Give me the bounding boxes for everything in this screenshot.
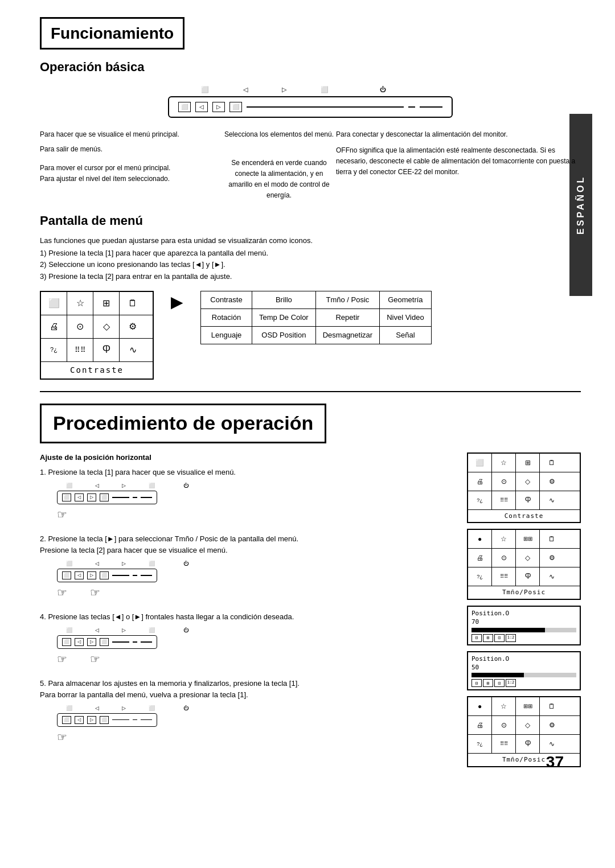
icon-printer: 🖨: [41, 315, 67, 338]
cell-nivel-video: Nivel Video: [380, 309, 432, 327]
mini2-icon-8: ⚙: [540, 549, 564, 567]
mini-icon-2: ☆: [492, 454, 516, 472]
position-box-2: Position.O 50 ⊟ ⊞ ⊡ 1:2: [467, 651, 581, 691]
section-title: Funcionamiento: [40, 17, 184, 50]
mini-row-2-3: ?¿ ⠿⠿ Ⴔ ∿: [468, 567, 580, 586]
subsection-operacion-title: Operación básica: [40, 59, 581, 76]
ctrl-icon-right: ▷: [212, 102, 225, 112]
cell-temp-color: Temp De Color: [252, 309, 316, 327]
icon-label-2: ◁: [243, 85, 248, 94]
position-icons-2: ⊟ ⊞ ⊡ 1:2: [472, 679, 576, 687]
right-diagrams: ⬜ ☆ ⊞ 🗒 🖨 ⊙ ◇ ⚙ ?¿ ⠿⠿ Ⴔ: [467, 452, 581, 773]
position-icons-1: ⊟ ⊞ ⊡ 1:2: [472, 634, 576, 642]
mini-row-3: ?¿ ⠿⠿ Ⴔ ∿: [468, 491, 580, 510]
mini3-icon-11: Ⴔ: [516, 735, 540, 753]
proc-step-1: 1. Presione la tecla [1] para hacer que …: [40, 467, 456, 523]
mini-row-1: ⬜ ☆ ⊞ 🗒: [468, 454, 580, 472]
mini-menu-contraste: ⬜ ☆ ⊞ 🗒 🖨 ⊙ ◇ ⚙ ?¿ ⠿⠿ Ⴔ: [467, 452, 581, 523]
menu-icon-grid: ⬜ ☆ ⊞ 🗒 🖨 ⊙ ◇ ⚙ ?¿ ⠿⠿ Ⴔ: [40, 291, 154, 380]
pantalla-menu-title: Pantalla de menú: [40, 212, 581, 230]
mini2-icon-6: ⊙: [492, 549, 516, 567]
icon-sun: ☆: [67, 292, 93, 315]
icon-question: ?¿: [41, 339, 67, 361]
mini-icon-4: 🗒: [540, 454, 564, 472]
diagram-step5: ⬜ ◁ ▷ ⬜ ⏻ ⬜ ◁ ▷ ⬜: [57, 705, 456, 745]
mini3-icon-2: ☆: [492, 697, 516, 715]
ctrl-bar-step4: ⬜ ◁ ▷ ⬜: [57, 635, 157, 649]
mini-icon-3: ⊞: [516, 454, 540, 472]
menu-instructions: Las funciones que puedan ajustarse para …: [40, 236, 581, 282]
mini-icon-12: ∿: [540, 491, 564, 509]
diagram-step2: ⬜ ◁ ▷ ⬜ ⏻ ⬜ ◁ ▷ ⬜: [57, 560, 456, 600]
annotation-center: Selecciona los elementos del menú. Se en…: [222, 129, 336, 201]
mini2-icon-7: ◇: [516, 549, 540, 567]
cell-rotacion: Rotación: [201, 309, 252, 327]
control-diagram-area: ⬜ ◁ ▷ ⬜ ⏻ ⬜ ◁ ▷ ⬜: [40, 85, 581, 201]
position-bar-2: [472, 673, 524, 677]
pantalla-menu-section: Pantalla de menú Las funciones que pueda…: [40, 212, 581, 380]
menu-table: Contraste Brillo Tmño / Posic Geometría …: [200, 291, 432, 345]
mini-row-3-2: 🖨 ⊙ ◇ ⚙: [468, 716, 580, 735]
control-bar-container: ⬜ ◁ ▷ ⬜: [40, 96, 581, 118]
mini2-icon-12: ∿: [540, 567, 564, 586]
menu-icon-row-3: ?¿ ⠿⠿ Ⴔ ∿: [41, 339, 153, 362]
menu-table-row-1: Contraste Brillo Tmño / Posic Geometría: [201, 291, 432, 308]
section-procedimiento: Procedimiento de operación Ajuste de la …: [40, 404, 581, 772]
mini-row-2-1: ● ☆ ⊞⊞ 🗒: [468, 530, 580, 549]
cell-lenguaje: Lenguaje: [201, 327, 252, 344]
mini3-icon-3: ⊞⊞: [516, 697, 540, 715]
proc-step-2: 2. Presione la tecla [►] para selecciona…: [40, 534, 456, 600]
arrow-right: ▶: [165, 291, 189, 313]
mini-row-2-2: 🖨 ⊙ ◇ ⚙: [468, 549, 580, 567]
cell-desmagnetizar: Desmagnetizar: [315, 327, 379, 344]
icon-settings: ⚙: [120, 315, 146, 338]
icon-label-4: ⬜: [321, 85, 329, 94]
mini2-icon-9: ?¿: [468, 567, 492, 586]
hand-icon-step4b: ☞: [90, 651, 100, 667]
diagram-annotations: Para hacer que se visualice el menú prin…: [40, 129, 581, 201]
mini2-icon-11: Ⴔ: [516, 567, 540, 586]
cell-tmno-posic: Tmño / Posic: [315, 291, 379, 308]
mini3-icon-10: ⠿⠿: [492, 735, 516, 753]
position-value-2: 50: [472, 663, 576, 672]
icon-person: Ⴔ: [93, 339, 120, 361]
mini-row-3-1: ● ☆ ⊞⊞ 🗒: [468, 697, 580, 716]
hand-icon-step2a: ☞: [57, 585, 67, 600]
mini3-icon-8: ⚙: [540, 716, 564, 734]
cell-geometria: Geometría: [380, 291, 432, 308]
icon-diamond: ◇: [93, 315, 120, 338]
icon-doc: 🗒: [120, 292, 146, 315]
hand-icon-step2b: ☞: [90, 585, 100, 600]
mini3-icon-6: ⊙: [492, 716, 516, 734]
menu-table-row-2: Rotación Temp De Color Repetir Nivel Vid…: [201, 309, 432, 327]
icon-monitor: ⬜: [41, 292, 67, 315]
mini3-icon-4: 🗒: [540, 697, 564, 715]
proc-step-5: 5. Para almacenar los ajustes en la memo…: [40, 678, 456, 745]
mini-icon-5: 🖨: [468, 472, 492, 491]
diagram-step4: ⬜ ◁ ▷ ⬜ ⏻ ⬜ ◁ ▷ ⬜: [57, 627, 456, 667]
mini3-icon-1: ●: [468, 697, 492, 715]
mini-menu-tmno: ● ☆ ⊞⊞ 🗒 🖨 ⊙ ◇ ⚙ ?¿ ⠿⠿ Ⴔ: [467, 529, 581, 599]
mini-icon-11: Ⴔ: [516, 491, 540, 509]
menu-label: Contraste: [41, 362, 153, 379]
mini-icon-6: ⊙: [492, 472, 516, 491]
ctrl-icon-1: ⬜: [178, 102, 191, 112]
hand-icon-step4a: ☞: [57, 651, 67, 667]
cell-brillo: Brillo: [252, 291, 316, 308]
mini2-icon-3: ⊞⊞: [516, 530, 540, 548]
mini2-icon-2: ☆: [492, 530, 516, 548]
page-number: 37: [546, 751, 564, 773]
cell-contraste: Contraste: [201, 291, 252, 308]
mini3-icon-7: ◇: [516, 716, 540, 734]
mini-icon-10: ⠿⠿: [492, 491, 516, 509]
procedure-main-content: Ajuste de la posición horizontal 1. Pres…: [40, 452, 456, 773]
menu-icon-row-1: ⬜ ☆ ⊞ 🗒: [41, 292, 153, 315]
ctrl-bar-step1: ⬜ ◁ ▷ ⬜: [57, 491, 157, 504]
mini2-icon-4: 🗒: [540, 530, 564, 548]
diagram-step1: ⬜ ◁ ▷ ⬜ ⏻ ⬜ ◁ ▷ ⬜: [57, 482, 456, 523]
cell-senal: Señal: [380, 327, 432, 344]
menu-table-row-3: Lenguaje OSD Position Desmagnetizar Seña…: [201, 327, 432, 344]
mini3-icon-9: ?¿: [468, 735, 492, 753]
procedure-title: Procedimiento de operación: [40, 404, 326, 443]
position-bar-1: [472, 628, 545, 632]
